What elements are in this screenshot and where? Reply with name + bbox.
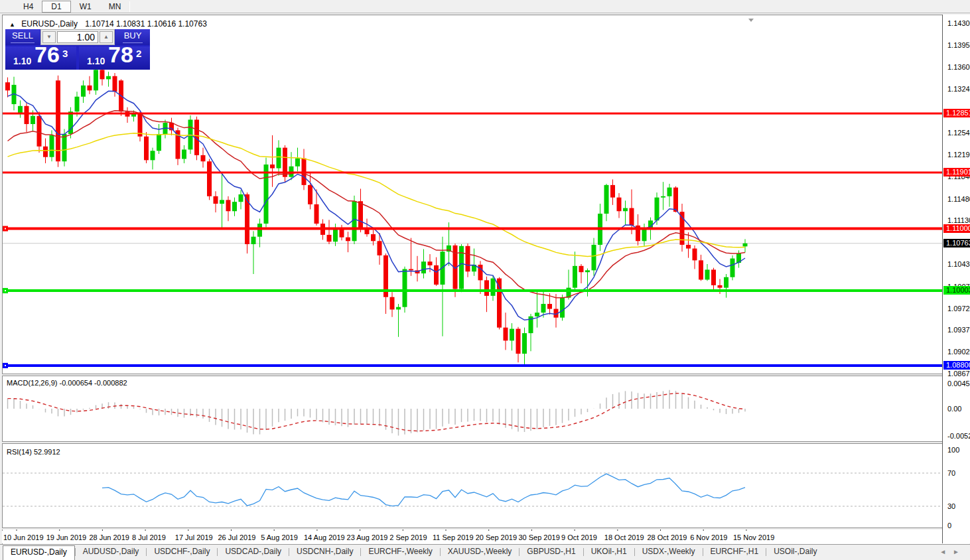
collapse-icon[interactable]: ▲ [9, 21, 15, 28]
candle-body-down [43, 147, 48, 157]
candle-body-down [673, 188, 678, 212]
tab-scroll-right-icon[interactable]: ► [953, 548, 966, 555]
macd-axis-max: 0.004536 [947, 380, 970, 387]
price-tick-label: 1.09020 [947, 348, 970, 356]
pane-divider-macd[interactable] [2, 374, 969, 376]
rsi-axis-70: 70 [947, 469, 955, 477]
candle-body-down [610, 185, 615, 198]
candle-body-down [390, 297, 395, 310]
price-level-badge: 1.11000 [943, 224, 970, 233]
symbol-tab[interactable]: GBPUSD-,H1 [520, 545, 583, 559]
price-level-badge: 1.10763 [943, 239, 970, 247]
price-tick-label: 1.14300 [947, 19, 970, 27]
symbol-tab[interactable]: EURUSD-,Daily [3, 545, 75, 560]
chart-symbol-label: EURUSD-,Daily [21, 19, 78, 29]
price-level-badge: 1.11901 [943, 168, 970, 176]
symbol-tab[interactable]: USOil-,Daily [766, 545, 824, 559]
candle-body-up [585, 270, 590, 272]
date-label: 23 Aug 2019 [347, 533, 388, 541]
candle-body-up [535, 313, 539, 316]
date-axis[interactable]: 10 Jun 201919 Jun 201928 Jun 20198 Jul 2… [2, 531, 942, 543]
price-tick-label: 1.13600 [947, 63, 970, 71]
date-label: 6 Nov 2019 [690, 533, 727, 541]
macd-signal-line [8, 393, 746, 431]
volume-input[interactable] [57, 31, 98, 43]
candle-body-up [403, 269, 407, 307]
symbol-tab[interactable]: USDCNH-,Daily [289, 545, 360, 559]
pane-divider-rsi[interactable] [2, 441, 969, 444]
candle-body-up [50, 135, 54, 157]
candle-body-down [579, 266, 584, 272]
candle-body-down [5, 82, 10, 90]
price-axis[interactable]: 1.143001.139501.136001.132401.125401.121… [942, 15, 970, 543]
candle-body-down [378, 241, 382, 255]
price-tick-label: 1.08670 [947, 370, 970, 378]
candle-body-up [232, 202, 237, 211]
candle-body-down [686, 245, 691, 249]
symbol-tab[interactable]: XAUUSD-,Weekly [441, 545, 519, 559]
trade-widget: SELL ▼ ▲ BUY 1.10 76 3 1.10 78 2 [5, 29, 150, 70]
candle-body-down [144, 137, 149, 161]
candle-body-down [207, 161, 212, 196]
symbol-tab[interactable]: EURCHF-,H1 [703, 545, 766, 559]
symbol-tab[interactable]: USDCHF-,Daily [147, 545, 217, 559]
macd-label: MACD(12,26,9) -0.000654 -0.000882 [7, 379, 127, 387]
symbol-tab[interactable]: EURCHF-,Weekly [361, 545, 439, 559]
candle-body-down [314, 204, 319, 224]
candle-body-down [409, 269, 413, 271]
price-tick-label: 1.11480 [947, 195, 970, 203]
candle-body-down [547, 304, 552, 309]
price-tick-label: 1.12540 [947, 129, 970, 137]
candle-body-up [421, 261, 426, 273]
moving-average-line [8, 133, 746, 257]
candle-body-up [295, 159, 300, 167]
date-label: 10 Jun 2019 [3, 533, 44, 541]
rsi-axis-100: 100 [947, 446, 959, 454]
candle-body-up [151, 151, 155, 160]
candle-body-up [220, 200, 224, 204]
candle-body-up [623, 208, 628, 212]
candle-body-down [693, 249, 697, 261]
price-tick-label: 1.13240 [947, 85, 970, 93]
sell-price-panel[interactable]: 1.10 76 3 [5, 46, 76, 70]
buy-price-panel[interactable]: 1.10 78 2 [79, 46, 150, 70]
candle-body-up [157, 134, 161, 151]
rsi-axis-0: 0 [947, 522, 951, 529]
candle-body-up [655, 198, 659, 221]
sell-price-big: 76 [35, 42, 60, 68]
rsi-axis-30: 30 [947, 502, 955, 510]
tab-scroll-left-icon[interactable]: ◄ [939, 548, 953, 555]
rsi-line [102, 474, 745, 506]
candle-body-down [346, 238, 350, 242]
symbol-tab[interactable]: UKOil-,H1 [584, 545, 634, 559]
candle-body-up [604, 185, 609, 214]
candle-body-up [541, 304, 546, 313]
candle-body-down [484, 280, 489, 295]
chart-title: ▲ EURUSD-,Daily 1.10714 1.10831 1.10616 … [9, 19, 207, 29]
candle-body-up [75, 97, 80, 112]
candle-body-down [699, 260, 703, 279]
chart-canvas[interactable] [0, 0, 970, 560]
candle-body-down [201, 155, 206, 161]
candle-body-up [560, 298, 565, 318]
candle-body-up [592, 245, 596, 270]
macd-axis-zero: 0.00 [947, 405, 961, 413]
date-label: 17 Jul 2019 [175, 533, 213, 541]
candle-body-down [630, 208, 634, 226]
candle-body-up [352, 201, 357, 241]
date-label: 8 Jul 2019 [132, 533, 166, 541]
symbol-tab[interactable]: AUDUSD-,Daily [76, 545, 147, 559]
buy-price-big: 78 [108, 42, 133, 68]
date-label: 18 Oct 2019 [604, 533, 644, 541]
candle-body-up [724, 277, 728, 288]
buy-price-base: 1.10 [87, 56, 105, 66]
price-tick-label: 1.09720 [947, 305, 970, 313]
symbol-tab[interactable]: USDCAD-,Daily [218, 545, 289, 559]
rsi-label: RSI(14) 52.9912 [7, 448, 60, 456]
candle-body-up [667, 188, 672, 196]
candle-body-up [642, 229, 647, 242]
symbol-tab[interactable]: USDX-,Weekly [635, 545, 703, 559]
candle-body-down [37, 116, 42, 147]
candle-body-up [182, 149, 186, 159]
candle-body-up [94, 70, 98, 90]
